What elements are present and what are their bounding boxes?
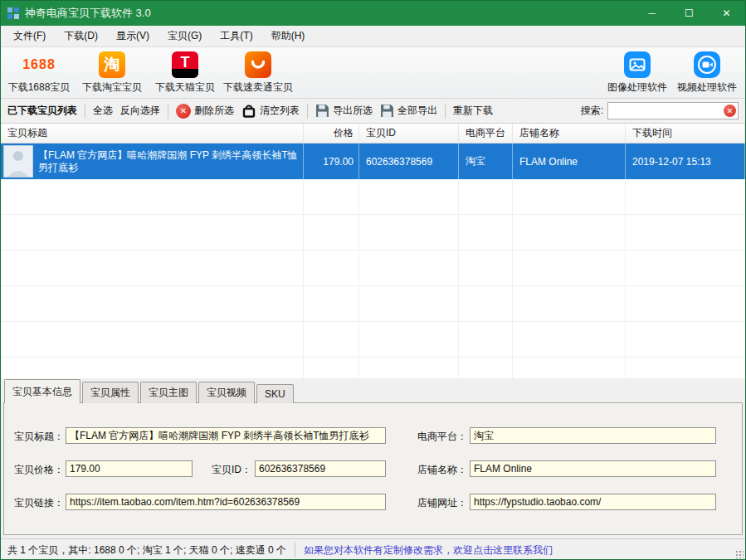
cell-time: 2019-12-07 15:13 xyxy=(626,144,745,179)
col-header-title[interactable]: 宝贝标题 xyxy=(1,124,304,143)
table-empty-area[interactable] xyxy=(1,179,745,378)
main-toolbar: 1688 下载1688宝贝 淘 下载淘宝宝贝 T 下载天猫宝贝 下载速卖通宝贝 xyxy=(1,47,745,99)
tmall-icon: T xyxy=(172,51,198,78)
delete-icon: ✕ xyxy=(176,104,191,119)
form-platform-label: 电商平台： xyxy=(417,430,467,444)
delete-selected-label: 删除所选 xyxy=(194,104,234,118)
video-software-button[interactable]: 视频处理软件 xyxy=(672,51,742,95)
download-tmall-button[interactable]: T 下载天猫宝贝 xyxy=(149,51,222,95)
close-button[interactable]: ✕ xyxy=(708,1,745,26)
form-link-label: 宝贝链接： xyxy=(14,496,64,510)
col-header-time[interactable]: 下载时间 xyxy=(626,124,745,143)
col-header-platform[interactable]: 电商平台 xyxy=(459,124,513,143)
image-software-icon xyxy=(624,51,651,78)
form-platform-input[interactable] xyxy=(470,427,716,444)
search-input[interactable] xyxy=(607,102,739,119)
tab-sku[interactable]: SKU xyxy=(256,384,294,403)
col-header-price[interactable]: 价格 xyxy=(304,124,359,143)
image-software-label: 图像处理软件 xyxy=(607,80,667,95)
cell-shop: FLAM Online xyxy=(513,144,626,179)
table-grid-line xyxy=(458,179,459,378)
download-taobao-button[interactable]: 淘 下载淘宝宝贝 xyxy=(76,51,149,95)
window-title: 神奇电商宝贝下载软件 3.0 xyxy=(25,6,151,21)
table-grid-line xyxy=(625,179,626,378)
export-selected-label: 导出所选 xyxy=(333,104,373,118)
separator xyxy=(445,104,446,119)
cell-id: 602636378569 xyxy=(359,144,459,179)
form-shop-input[interactable] xyxy=(470,460,716,477)
download-aliexpress-label: 下载速卖通宝贝 xyxy=(223,80,293,95)
clear-list-label: 清空列表 xyxy=(260,104,300,118)
clear-list-button[interactable]: 清空列表 xyxy=(241,104,300,119)
menu-tools[interactable]: 工具(T) xyxy=(211,26,261,46)
download-taobao-label: 下载淘宝宝贝 xyxy=(82,80,142,95)
contact-link[interactable]: 如果您对本软件有定制修改需求，欢迎点击这里联系我们 xyxy=(304,543,553,558)
download-aliexpress-button[interactable]: 下载速卖通宝贝 xyxy=(222,51,295,95)
form-id-input[interactable] xyxy=(255,460,386,477)
form-title-label: 宝贝标题： xyxy=(14,430,64,444)
table-grid-line xyxy=(512,179,513,378)
form-shopurl-input[interactable] xyxy=(470,494,716,510)
aliexpress-icon xyxy=(245,51,271,78)
form-shopurl-label: 店铺网址： xyxy=(417,496,467,510)
basic-info-panel: 宝贝标题： 电商平台： 宝贝价格： 宝贝ID： 店铺名称： 宝贝链接： 店铺网址… xyxy=(3,402,743,535)
menu-item-baby[interactable]: 宝贝(G) xyxy=(158,26,211,46)
trash-icon xyxy=(241,104,256,119)
save-icon xyxy=(315,104,329,118)
resize-grip-icon[interactable] xyxy=(735,550,744,558)
redownload-button[interactable]: 重新下载 xyxy=(453,104,493,118)
toolbar-right-group: 图像处理软件 视频处理软件 xyxy=(602,51,742,95)
delete-selected-button[interactable]: ✕ 删除所选 xyxy=(176,104,234,119)
image-software-button[interactable]: 图像处理软件 xyxy=(602,51,672,95)
select-all-button[interactable]: 全选 xyxy=(93,104,113,118)
taobao-icon: 淘 xyxy=(99,51,125,78)
download-1688-button[interactable]: 1688 下载1688宝贝 xyxy=(2,51,76,95)
menu-view[interactable]: 显示(V) xyxy=(107,26,158,46)
cell-title: 【FLAM 官方网店】嘻哈潮牌国潮 FYP 刺绣半高领长袖T恤男打底衫 xyxy=(1,144,304,179)
export-all-label: 全部导出 xyxy=(397,104,437,118)
table-row[interactable]: 【FLAM 官方网店】嘻哈潮牌国潮 FYP 刺绣半高领长袖T恤男打底衫 179.… xyxy=(1,144,745,179)
tab-attributes[interactable]: 宝贝属性 xyxy=(82,382,139,403)
invert-selection-button[interactable]: 反向选择 xyxy=(120,104,160,118)
download-1688-label: 下载1688宝贝 xyxy=(8,80,71,95)
maximize-button[interactable]: ☐ xyxy=(670,1,708,26)
menu-help[interactable]: 帮助(H) xyxy=(262,26,314,46)
video-software-label: 视频处理软件 xyxy=(677,80,737,95)
app-logo-icon xyxy=(7,7,20,20)
search-label: 搜索: xyxy=(581,104,603,118)
form-shop-label: 店铺名称： xyxy=(417,463,467,477)
tmall-icon-letter: T xyxy=(172,54,198,71)
form-title-input[interactable] xyxy=(66,427,386,444)
tab-basic-info[interactable]: 宝贝基本信息 xyxy=(4,379,80,403)
list-action-bar: 已下载宝贝列表 全选 反向选择 ✕ 删除所选 清空列表 导出所选 xyxy=(1,99,745,124)
table-grid-line xyxy=(358,179,359,378)
col-header-id[interactable]: 宝贝ID xyxy=(359,124,459,143)
minimize-button[interactable]: ─ xyxy=(633,1,670,26)
product-thumbnail xyxy=(3,145,33,178)
cell-platform: 淘宝 xyxy=(459,144,513,179)
save-icon xyxy=(380,104,394,118)
video-software-icon xyxy=(694,51,720,78)
export-selected-button[interactable]: 导出所选 xyxy=(315,104,373,118)
search-box: ✕ xyxy=(607,102,739,119)
search-clear-icon[interactable]: ✕ xyxy=(724,105,736,117)
table-grid-line xyxy=(303,179,304,378)
menu-file[interactable]: 文件(F) xyxy=(4,26,55,46)
tab-main-images[interactable]: 宝贝主图 xyxy=(140,382,197,403)
col-header-shop[interactable]: 店铺名称 xyxy=(513,124,626,143)
tab-video[interactable]: 宝贝视频 xyxy=(198,382,255,403)
form-link-input[interactable] xyxy=(66,494,386,510)
status-bar: 共 1 个宝贝，其中: 1688 0 个; 淘宝 1 个; 天猫 0 个; 速卖… xyxy=(1,538,745,560)
export-all-button[interactable]: 全部导出 xyxy=(380,104,437,118)
separator xyxy=(307,104,308,119)
status-summary: 共 1 个宝贝，其中: 1688 0 个; 淘宝 1 个; 天猫 0 个; 速卖… xyxy=(7,543,286,558)
separator xyxy=(168,104,168,119)
menu-download[interactable]: 下载(D) xyxy=(55,26,107,46)
form-price-input[interactable] xyxy=(66,460,193,477)
window-controls: ─ ☐ ✕ xyxy=(633,1,745,26)
app-window: 神奇电商宝贝下载软件 3.0 ─ ☐ ✕ 文件(F) 下载(D) 显示(V) 宝… xyxy=(0,0,746,560)
detail-tabs: 宝贝基本信息 宝贝属性 宝贝主图 宝贝视频 SKU xyxy=(1,378,745,402)
search-group: 搜索: ✕ xyxy=(581,102,739,119)
menu-bar: 文件(F) 下载(D) 显示(V) 宝贝(G) 工具(T) 帮助(H) xyxy=(1,26,745,47)
list-title: 已下载宝贝列表 xyxy=(7,104,77,118)
